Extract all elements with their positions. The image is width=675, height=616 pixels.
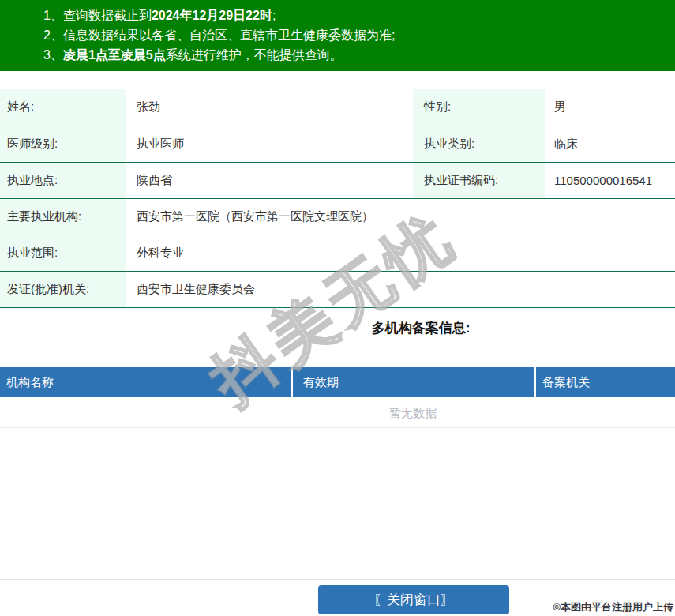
field-value-main-institution: 西安市第一医院（西安市第一医院文理医院） <box>126 198 675 235</box>
field-value-name: 张劲 <box>126 89 413 126</box>
field-value-gender: 男 <box>545 89 675 126</box>
records-table-header: 机构名称 有效期 备案机关 <box>0 367 675 397</box>
records-table-top-divider <box>0 359 675 359</box>
notice-text-bold: 2024年12月29日22时 <box>152 9 272 22</box>
footer-divider <box>0 579 675 580</box>
table-row-level-category: 医师级别: 执业医师 执业类别: 临床 <box>0 126 675 162</box>
empty-data-text: 暂无数据 <box>389 397 437 428</box>
table-row-issuing-authority: 发证(批准)机关: 西安市卫生健康委员会 <box>0 271 675 307</box>
notice-text-bold: 凌晨1点至凌晨5点 <box>63 48 166 62</box>
close-window-button[interactable]: 〖关闭窗口〗 <box>318 585 509 614</box>
notice-line-number: 1、 <box>43 9 63 22</box>
field-label-practice-category: 执业类别: <box>413 126 545 162</box>
notice-line-3: 3、凌晨1点至凌晨5点系统进行维护，不能提供查询。 <box>43 45 675 65</box>
section-title-multi-institution: 多机构备案信息: <box>372 319 471 337</box>
field-label-main-institution: 主要执业机构: <box>0 198 126 235</box>
table-row-name-gender: 姓名: 张劲 性别: 男 <box>0 89 675 126</box>
notice-line-2: 2、信息数据结果以各省、自治区、直辖市卫生健康委数据为准; <box>43 25 675 45</box>
notice-text: 信息数据结果以各省、自治区、直辖市卫生健康委数据为准; <box>63 28 395 42</box>
field-label-gender: 性别: <box>413 89 545 126</box>
table-row-location-license: 执业地点: 陕西省 执业证书编码: 110500000016541 <box>0 162 675 198</box>
upload-credit-stamp: ©本图由平台注册用户上传 <box>553 600 673 614</box>
notice-text: 查询数据截止到 <box>63 9 152 22</box>
column-header-filing-authority: 备案机关 <box>534 367 675 397</box>
field-label-issuing-authority: 发证(批准)机关: <box>0 271 126 307</box>
notice-text: ; <box>272 9 276 22</box>
table-row-practice-scope: 执业范围: 外科专业 <box>0 235 675 271</box>
column-header-institution-name: 机构名称 <box>0 367 291 397</box>
field-label-license-number: 执业证书编码: <box>413 162 545 198</box>
field-label-practice-scope: 执业范围: <box>0 235 126 271</box>
query-result-page: 1、查询数据截止到2024年12月29日22时; 2、信息数据结果以各省、自治区… <box>0 0 675 616</box>
field-value-issuing-authority: 西安市卫生健康委员会 <box>126 271 675 307</box>
field-label-name: 姓名: <box>0 89 126 126</box>
notice-text: 系统进行维护，不能提供查询。 <box>166 48 343 62</box>
table-row-main-institution: 主要执业机构: 西安市第一医院（西安市第一医院文理医院） <box>0 198 675 235</box>
field-value-practice-location: 陕西省 <box>126 162 413 198</box>
field-value-practice-category: 临床 <box>545 126 675 162</box>
field-value-license-number: 110500000016541 <box>545 162 675 198</box>
practitioner-info-table: 姓名: 张劲 性别: 男 医师级别: 执业医师 执业类别: 临床 执业地点: 陕… <box>0 89 675 308</box>
field-label-doctor-level: 医师级别: <box>0 126 126 162</box>
notice-banner: 1、查询数据截止到2024年12月29日22时; 2、信息数据结果以各省、自治区… <box>0 0 675 71</box>
records-empty-row: 暂无数据 <box>0 397 675 428</box>
field-label-practice-location: 执业地点: <box>0 162 126 198</box>
field-value-practice-scope: 外科专业 <box>126 235 675 271</box>
notice-line-number: 3、 <box>43 48 63 62</box>
notice-line-1: 1、查询数据截止到2024年12月29日22时; <box>43 6 675 25</box>
field-value-doctor-level: 执业医师 <box>126 126 413 162</box>
column-header-validity-period: 有效期 <box>291 367 534 397</box>
notice-line-number: 2、 <box>43 28 63 42</box>
